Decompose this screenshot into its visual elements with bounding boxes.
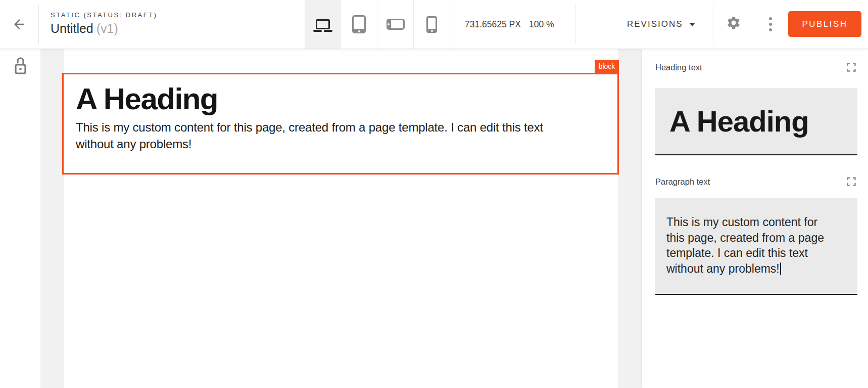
block-heading: A Heading bbox=[76, 83, 605, 115]
device-button-tablet-landscape[interactable] bbox=[377, 0, 414, 49]
chevron-down-icon bbox=[689, 23, 695, 26]
revisions-button[interactable]: REVISIONS bbox=[627, 0, 695, 49]
settings-button[interactable] bbox=[726, 15, 741, 30]
paragraph-field-input[interactable]: This is my custom content for this page,… bbox=[655, 198, 857, 295]
lock-icon bbox=[12, 55, 28, 77]
expand-paragraph-field-button[interactable] bbox=[845, 176, 857, 188]
editor-workspace: block A Heading This is my custom conten… bbox=[0, 49, 868, 388]
device-button-mobile[interactable] bbox=[414, 0, 450, 49]
header-divider bbox=[575, 5, 575, 44]
content-block[interactable]: A Heading This is my custom content for … bbox=[62, 73, 619, 175]
fullscreen-icon bbox=[846, 176, 857, 187]
paragraph-field-header: Paragraph text bbox=[655, 176, 857, 188]
publish-button[interactable]: PUBLISH bbox=[788, 11, 861, 37]
text-caret bbox=[780, 263, 781, 275]
version-label: (v1) bbox=[97, 21, 118, 35]
lock-button[interactable] bbox=[12, 55, 28, 77]
block-paragraph: This is my custom content for this page,… bbox=[76, 119, 605, 152]
overflow-menu-button[interactable] bbox=[764, 14, 777, 34]
back-arrow-icon bbox=[12, 17, 27, 32]
phone-icon bbox=[426, 16, 437, 33]
header-divider bbox=[713, 5, 713, 44]
status-label: STATIC (STATUS: DRAFT) bbox=[51, 11, 157, 19]
gear-icon bbox=[726, 15, 741, 30]
fullscreen-icon bbox=[846, 62, 857, 73]
back-button[interactable] bbox=[8, 14, 30, 34]
left-rail bbox=[0, 49, 40, 388]
zoom-level-value: 100 % bbox=[529, 19, 554, 30]
top-toolbar: STATIC (STATUS: DRAFT) Untitled(v1) 731.… bbox=[0, 0, 868, 49]
heading-field-header: Heading text bbox=[655, 61, 857, 73]
field-label: Heading text bbox=[655, 63, 702, 72]
tablet-landscape-icon bbox=[387, 19, 405, 30]
block-badge: block bbox=[595, 60, 619, 73]
heading-field-input[interactable]: A Heading bbox=[655, 88, 857, 155]
revisions-label: REVISIONS bbox=[627, 19, 683, 29]
tablet-icon bbox=[352, 15, 366, 33]
device-button-tablet-portrait[interactable] bbox=[341, 0, 377, 49]
header-divider bbox=[38, 5, 39, 44]
expand-heading-field-button[interactable] bbox=[845, 61, 857, 73]
device-preview-toolbar bbox=[305, 0, 450, 49]
laptop-icon bbox=[316, 19, 330, 29]
device-button-desktop[interactable] bbox=[305, 0, 341, 49]
page-title: Untitled bbox=[51, 21, 93, 35]
properties-panel: Heading text A Heading Paragraph text Th… bbox=[642, 49, 868, 388]
kebab-icon bbox=[769, 17, 772, 31]
viewport-width-value: 731.65625 PX bbox=[465, 19, 521, 30]
viewport-readout: 731.65625 PX 100 % bbox=[465, 0, 554, 49]
field-label: Paragraph text bbox=[655, 177, 710, 187]
page-title-group: STATIC (STATUS: DRAFT) Untitled(v1) bbox=[51, 11, 157, 36]
